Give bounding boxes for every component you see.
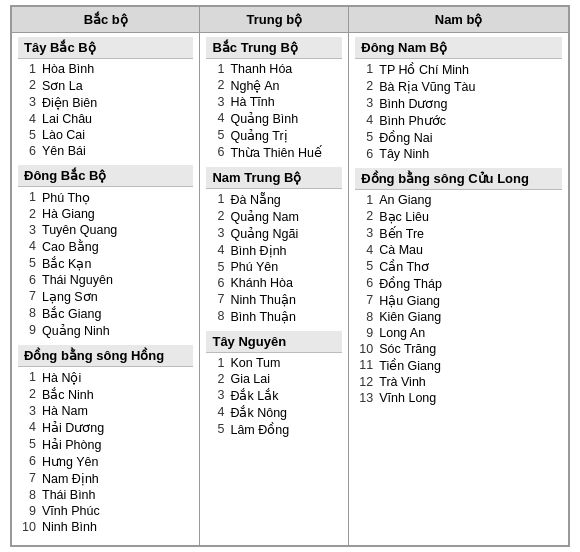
province-name: Kon Tum	[230, 356, 280, 370]
province-name: Cần Thơ	[379, 259, 429, 274]
col-0: Tây Bắc Bộ1Hòa Bình2Sơn La3Điện Biên4Lai…	[12, 33, 200, 546]
province-name: Thái Bình	[42, 488, 96, 502]
section-0-0: Tây Bắc Bộ1Hòa Bình2Sơn La3Điện Biên4Lai…	[18, 37, 193, 161]
province-name: Lai Châu	[42, 112, 92, 126]
province-number: 6	[20, 273, 36, 287]
province-name: Hà Nam	[42, 404, 88, 418]
province-number: 9	[20, 504, 36, 518]
province-name: Hà Giang	[42, 207, 95, 221]
list-item: 3Hà Nam	[18, 403, 193, 419]
list-item: 7Nam Định	[18, 470, 193, 487]
main-table: Bắc bộTrung bộNam bộ Tây Bắc Bộ1Hòa Bình…	[10, 5, 570, 547]
province-number: 4	[208, 111, 224, 126]
region-header: Đông Nam Bộ	[355, 37, 562, 59]
province-name: Hà Nội	[42, 370, 81, 385]
list-item: 8Kiên Giang	[355, 309, 562, 325]
province-name: Sơn La	[42, 78, 83, 93]
list-item: 13Vĩnh Long	[355, 390, 562, 406]
list-item: 7Hậu Giang	[355, 292, 562, 309]
list-item: 1Đà Nẵng	[206, 191, 342, 208]
province-number: 4	[20, 239, 36, 254]
province-number: 3	[357, 96, 373, 111]
list-item: 5Bắc Kạn	[18, 255, 193, 272]
list-item: 4Cao Bằng	[18, 238, 193, 255]
province-number: 5	[357, 130, 373, 145]
list-item: 4Cà Mau	[355, 242, 562, 258]
province-number: 13	[357, 391, 373, 405]
section-2-1: Đồng bằng sông Cửu Long1An Giang2Bạc Liê…	[355, 168, 562, 408]
list-item: 3Điện Biên	[18, 94, 193, 111]
section-1-1: Nam Trung Bộ1Đà Nẵng2Quảng Nam3Quảng Ngã…	[206, 167, 342, 327]
province-number: 10	[20, 520, 36, 534]
province-number: 7	[208, 292, 224, 307]
province-number: 8	[20, 306, 36, 321]
province-name: Bình Định	[230, 243, 286, 258]
list-item: 5Đồng Nai	[355, 129, 562, 146]
list-item: 3Tuyên Quang	[18, 222, 193, 238]
list-item: 2Nghệ An	[206, 77, 342, 94]
province-name: Đồng Tháp	[379, 276, 442, 291]
province-number: 5	[20, 437, 36, 452]
province-name: Tuyên Quang	[42, 223, 117, 237]
province-number: 2	[208, 209, 224, 224]
province-name: Thái Nguyên	[42, 273, 113, 287]
list-item: 6Khánh Hòa	[206, 275, 342, 291]
province-number: 6	[357, 276, 373, 291]
province-number: 1	[208, 62, 224, 76]
list-item: 1TP Hồ Chí Minh	[355, 61, 562, 78]
province-name: Bạc Liêu	[379, 209, 429, 224]
list-item: 6Tây Ninh	[355, 146, 562, 162]
province-name: Long An	[379, 326, 425, 340]
province-number: 7	[20, 289, 36, 304]
province-number: 4	[208, 243, 224, 258]
region-header: Đồng bằng sông Cửu Long	[355, 168, 562, 190]
province-name: Phú Thọ	[42, 190, 90, 205]
province-number: 1	[20, 370, 36, 385]
list-item: 2Sơn La	[18, 77, 193, 94]
list-item: 3Hà Tĩnh	[206, 94, 342, 110]
list-item: 2Quảng Nam	[206, 208, 342, 225]
province-name: Gia Lai	[230, 372, 270, 386]
list-item: 4Bình Định	[206, 242, 342, 259]
province-name: Bắc Giang	[42, 306, 101, 321]
province-number: 2	[357, 79, 373, 94]
list-item: 1Phú Thọ	[18, 189, 193, 206]
province-name: Điện Biên	[42, 95, 97, 110]
province-number: 5	[20, 256, 36, 271]
list-item: 5Quảng Trị	[206, 127, 342, 144]
province-number: 5	[208, 260, 224, 274]
list-item: 1An Giang	[355, 192, 562, 208]
col-2: Đông Nam Bộ1TP Hồ Chí Minh2Bà Rịa Vũng T…	[349, 33, 569, 546]
list-item: 5Phú Yên	[206, 259, 342, 275]
province-number: 4	[20, 420, 36, 435]
list-item: 3Bến Tre	[355, 225, 562, 242]
province-name: An Giang	[379, 193, 431, 207]
list-item: 3Đắk Lắk	[206, 387, 342, 404]
province-number: 3	[20, 95, 36, 110]
province-name: Hưng Yên	[42, 454, 98, 469]
list-item: 1Kon Tum	[206, 355, 342, 371]
list-item: 10Ninh Bình	[18, 519, 193, 535]
list-item: 4Hải Dương	[18, 419, 193, 436]
list-item: 4Quảng Bình	[206, 110, 342, 127]
list-item: 10Sóc Trăng	[355, 341, 562, 357]
list-item: 9Quảng Ninh	[18, 322, 193, 339]
list-item: 2Bạc Liêu	[355, 208, 562, 225]
province-name: Quảng Trị	[230, 128, 287, 143]
province-name: Bình Phước	[379, 113, 446, 128]
list-item: 5Lào Cai	[18, 127, 193, 143]
province-number: 7	[20, 471, 36, 486]
province-number: 5	[208, 128, 224, 143]
province-number: 4	[20, 112, 36, 126]
province-name: Đà Nẵng	[230, 192, 280, 207]
province-number: 1	[357, 193, 373, 207]
col-header-1: Trung bộ	[200, 7, 349, 33]
province-number: 3	[208, 95, 224, 109]
province-name: Tây Ninh	[379, 147, 429, 161]
province-number: 10	[357, 342, 373, 356]
province-name: Bình Thuận	[230, 309, 295, 324]
col-header-2: Nam bộ	[349, 7, 569, 33]
list-item: 6Thái Nguyên	[18, 272, 193, 288]
province-name: Quảng Bình	[230, 111, 298, 126]
province-number: 6	[357, 147, 373, 161]
